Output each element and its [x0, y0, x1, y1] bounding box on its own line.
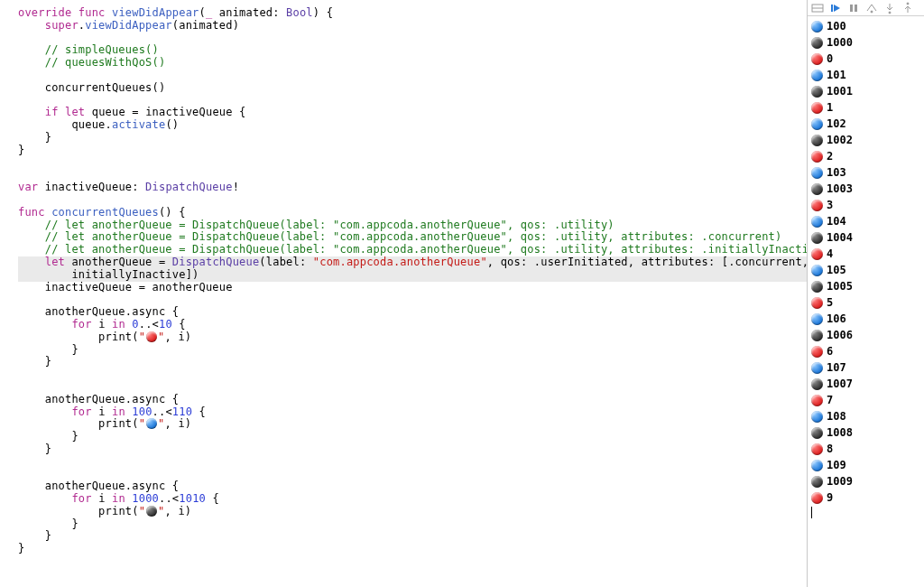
print-1: print	[98, 331, 132, 343]
blue-circle-icon	[811, 313, 823, 325]
red-circle-icon	[811, 346, 823, 358]
range3-hi: 1010	[179, 492, 206, 505]
dispatchqueue-ctor: DispatchQueue	[172, 256, 260, 268]
comment-simple: // simpleQueues()	[45, 43, 159, 56]
keyword-if: if	[45, 106, 59, 118]
attributes-arg: attributes	[642, 256, 708, 268]
black-circle-icon	[811, 37, 823, 49]
keyword-func2: func	[18, 206, 45, 219]
output-row: 7	[811, 392, 920, 408]
activate-call: activate	[112, 118, 165, 131]
output-value: 1003	[827, 182, 853, 195]
print-i-1: , i)	[165, 331, 192, 343]
input-cursor[interactable]	[811, 506, 920, 518]
output-row: 6	[811, 343, 920, 359]
comment-line3: // let anotherQueue = DispatchQueue(labe…	[45, 243, 807, 256]
black-circle-icon	[811, 476, 823, 488]
output-row: 101	[811, 67, 920, 83]
print-2: print	[98, 417, 132, 430]
output-row: 106	[811, 311, 920, 327]
red-circle-icon	[146, 331, 157, 342]
black-circle-icon	[811, 135, 823, 146]
output-value: 3	[827, 199, 833, 211]
output-value: 1006	[827, 329, 853, 341]
concurrent-queues-decl: concurrentQueues	[51, 206, 159, 219]
console-output[interactable]: 1001000010110011102100221031003310410044…	[808, 16, 924, 587]
output-row: 4	[811, 246, 920, 262]
output-value: 104	[827, 215, 846, 228]
output-row: 2	[811, 148, 920, 164]
step-into-icon[interactable]	[883, 2, 896, 14]
red-circle-icon	[811, 151, 823, 163]
output-value: 106	[827, 312, 846, 325]
queue-label-string: "com.appcoda.anotherQueue"	[313, 256, 487, 268]
output-row: 107	[811, 359, 920, 376]
step-out-icon[interactable]	[901, 2, 914, 14]
toggle-panel-icon[interactable]	[811, 2, 824, 14]
param-animated: animated	[219, 6, 273, 19]
output-row: 104	[811, 213, 920, 229]
output-row: 100	[811, 18, 920, 34]
keyword-for1: for	[71, 318, 91, 331]
continue-icon[interactable]	[829, 2, 842, 14]
output-value: 108	[827, 410, 846, 423]
inactive-assign: inactiveQueue = anotherQueue	[45, 281, 233, 294]
userinitiated: userInitiated	[541, 256, 628, 268]
red-circle-icon	[811, 200, 823, 211]
output-value: 7	[827, 394, 833, 406]
svg-point-10	[907, 3, 909, 5]
blue-circle-icon	[811, 411, 823, 423]
var-queue: queue	[92, 106, 125, 118]
step-over-icon[interactable]	[865, 2, 878, 14]
svg-rect-5	[855, 5, 857, 12]
comment-line2: // let anotherQueue = DispatchQueue(labe…	[45, 230, 782, 243]
inactive-queue-decl: inactiveQueue	[45, 181, 133, 193]
output-value: 102	[827, 117, 846, 130]
black-circle-icon	[811, 427, 823, 439]
output-row: 1001	[811, 83, 920, 99]
range1-lo: 0	[132, 318, 138, 331]
output-value: 1005	[827, 280, 853, 293]
red-circle-icon	[811, 102, 823, 114]
output-value: 1004	[827, 231, 853, 244]
output-row: 5	[811, 294, 920, 311]
svg-point-6	[871, 11, 873, 13]
output-row: 3	[811, 197, 920, 213]
code-editor[interactable]: override func viewDidAppear(_ animated: …	[0, 0, 807, 587]
keyword-let: let	[65, 106, 85, 118]
keyword-super: super	[45, 19, 79, 32]
output-row: 1008	[811, 424, 920, 441]
svg-rect-4	[850, 5, 853, 12]
black-circle-icon	[811, 330, 823, 341]
pause-icon[interactable]	[847, 2, 860, 14]
range3-lo: 1000	[132, 492, 159, 505]
output-value: 107	[827, 361, 846, 374]
red-circle-icon	[811, 395, 823, 406]
debug-sidebar: 1001000010110011102100221031003310410044…	[807, 0, 924, 587]
output-row: 108	[811, 408, 920, 424]
type-bool: Bool	[286, 6, 313, 19]
output-row: 102	[811, 116, 920, 132]
output-row: 109	[811, 457, 920, 473]
blue-circle-icon	[811, 460, 823, 471]
sidebar-toolbar	[808, 0, 924, 16]
queue-ref: queue	[71, 118, 105, 131]
keyword-func: func	[79, 6, 106, 19]
another-queue-2: anotherQueue	[45, 393, 125, 405]
blue-circle-icon	[811, 265, 823, 276]
async-2: async	[132, 393, 165, 405]
output-value: 8	[827, 443, 833, 455]
output-row: 105	[811, 262, 920, 278]
output-value: 1008	[827, 426, 853, 439]
output-value: 0	[827, 52, 833, 65]
range1-hi: 10	[159, 318, 172, 331]
range2-hi: 110	[172, 405, 192, 418]
print-3: print	[98, 505, 132, 517]
output-value: 1002	[827, 134, 853, 146]
output-row: 8	[811, 441, 920, 457]
another-queue-1: anotherQueue	[45, 305, 125, 318]
black-circle-icon	[146, 506, 157, 517]
blue-circle-icon	[811, 216, 823, 228]
inactive-queue: inactiveQueue	[145, 106, 233, 118]
blue-circle-icon	[811, 21, 823, 33]
